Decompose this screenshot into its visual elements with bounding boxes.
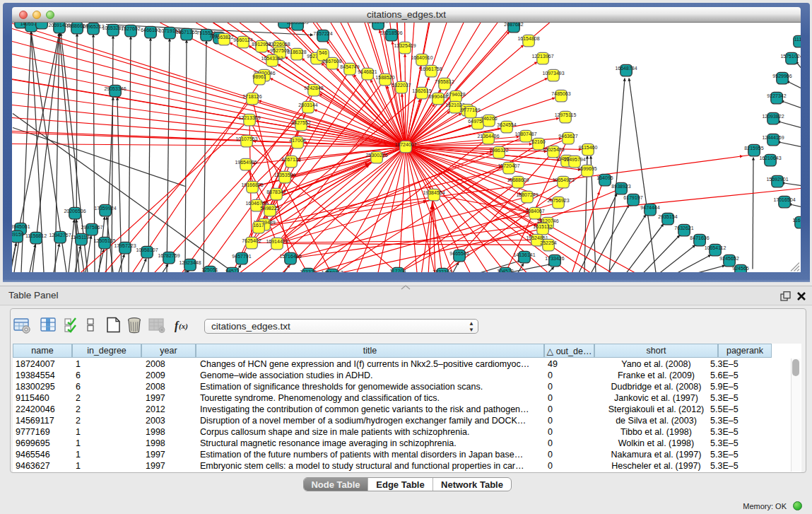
- svg-text:9660124: 9660124: [233, 37, 252, 42]
- svg-text:2935154: 2935154: [658, 214, 677, 218]
- svg-text:16154808: 16154808: [517, 35, 539, 40]
- svg-text:9699695: 9699695: [577, 165, 596, 170]
- svg-text:12213369: 12213369: [238, 115, 260, 119]
- svg-text:17359924: 17359924: [94, 205, 116, 210]
- svg-text:94577: 94577: [225, 268, 240, 272]
- svg-text:546: 546: [319, 49, 327, 54]
- svg-text:15720407: 15720407: [498, 163, 519, 168]
- svg-text:8215955: 8215955: [744, 145, 763, 150]
- svg-text:1527602: 1527602: [121, 25, 140, 30]
- svg-text:16640910: 16640910: [411, 54, 433, 59]
- svg-text:5498222: 5498222: [260, 205, 279, 210]
- svg-text:252254: 252254: [540, 240, 556, 245]
- svg-text:10958107: 10958107: [136, 247, 158, 252]
- svg-text:2069: 2069: [36, 23, 47, 23]
- svg-text:8990448: 8990448: [428, 93, 447, 98]
- svg-text:8878342: 8878342: [266, 189, 286, 194]
- svg-text:20206536: 20206536: [64, 208, 86, 213]
- svg-text:16648784: 16648784: [615, 65, 637, 70]
- svg-text:6794028: 6794028: [446, 91, 465, 96]
- svg-text:2803144: 2803144: [298, 102, 317, 107]
- svg-text:10965212: 10965212: [82, 23, 104, 28]
- svg-text:2087682: 2087682: [504, 23, 523, 27]
- svg-text:17957223: 17957223: [114, 243, 136, 247]
- svg-text:12213967: 12213967: [531, 53, 553, 58]
- svg-text:7955812: 7955812: [435, 78, 454, 83]
- svg-text:16046768: 16046768: [245, 200, 267, 205]
- svg-text:8938923: 8938923: [611, 183, 630, 188]
- svg-text:16543362: 16543362: [261, 55, 283, 60]
- svg-text:8471636: 8471636: [690, 235, 709, 240]
- svg-text:9242848: 9242848: [304, 85, 323, 90]
- svg-text:9465546: 9465546: [449, 250, 469, 255]
- svg-text:16782759: 16782759: [158, 252, 180, 257]
- svg-text:104522: 104522: [497, 268, 513, 272]
- svg-text:23226058: 23226058: [268, 41, 290, 46]
- svg-text:1588520: 1588520: [375, 74, 394, 79]
- svg-text:10025433: 10025433: [542, 146, 564, 151]
- svg-text:12942757: 12942757: [49, 232, 71, 237]
- svg-text:15751024: 15751024: [780, 53, 801, 58]
- svg-text:3624554: 3624554: [497, 122, 516, 127]
- svg-text:924565: 924565: [732, 265, 748, 270]
- svg-text:10107553: 10107553: [235, 136, 257, 141]
- svg-text:19495794: 19495794: [563, 156, 585, 161]
- svg-text:7357224: 7357224: [313, 30, 332, 35]
- svg-text:13325419: 13325419: [394, 42, 416, 47]
- svg-text:39159: 39159: [12, 231, 24, 236]
- svg-text:417004: 417004: [289, 137, 305, 142]
- svg-text:9463627: 9463627: [558, 133, 577, 138]
- svg-text:164095: 164095: [596, 175, 613, 180]
- svg-text:8186328: 8186328: [287, 49, 306, 54]
- svg-text:9115460: 9115460: [579, 144, 598, 149]
- svg-text:20756923: 20756923: [547, 197, 569, 202]
- svg-text:19654923: 19654923: [552, 177, 574, 182]
- svg-text:2718126: 2718126: [242, 93, 261, 98]
- svg-text:7986322: 7986322: [489, 147, 508, 152]
- svg-text:16671355: 16671355: [175, 29, 197, 34]
- svg-text:62160: 62160: [531, 139, 546, 144]
- svg-text:116753: 116753: [793, 217, 801, 222]
- svg-text:12505135: 12505135: [93, 238, 115, 243]
- svg-text:29053346: 29053346: [104, 86, 126, 90]
- svg-text:123325: 123325: [300, 269, 316, 272]
- svg-text:9084067: 9084067: [525, 208, 544, 213]
- svg-text:10807487: 10807487: [514, 131, 536, 136]
- svg-text:7485063: 7485063: [551, 90, 570, 95]
- svg-text:17016504: 17016504: [773, 197, 795, 201]
- svg-text:14569117: 14569117: [322, 269, 343, 272]
- svg-text:1362615: 1362615: [412, 88, 431, 93]
- svg-text:98961: 98961: [252, 74, 266, 78]
- svg-text:6466160: 6466160: [141, 27, 160, 32]
- svg-text:2332346: 2332346: [433, 269, 452, 272]
- svg-text:19384554: 19384554: [423, 189, 445, 194]
- svg-text:25300215: 25300215: [365, 152, 387, 157]
- svg-text:1617: 1617: [253, 222, 264, 227]
- svg-text:10654112: 10654112: [705, 245, 726, 250]
- svg-text:21364436: 21364436: [477, 133, 499, 138]
- svg-text:7663822: 7663822: [214, 34, 233, 39]
- svg-text:1615132: 1615132: [533, 223, 552, 228]
- svg-text:2867608: 2867608: [322, 58, 341, 63]
- svg-text:9227342: 9227342: [767, 93, 786, 98]
- svg-text:16120746: 16120746: [536, 218, 558, 223]
- svg-text:16033809: 16033809: [286, 23, 308, 25]
- svg-text:746266: 746266: [481, 115, 497, 120]
- svg-text:19654985: 19654985: [235, 159, 257, 164]
- svg-text:1117: 1117: [794, 36, 801, 41]
- svg-text:29975867: 29975867: [81, 224, 102, 229]
- svg-text:125051: 125051: [201, 267, 218, 271]
- svg-text:3945061: 3945061: [12, 223, 30, 228]
- svg-text:8454749: 8454749: [340, 64, 359, 69]
- svg-text:16210643: 16210643: [759, 155, 781, 160]
- svg-text:10973493: 10973493: [542, 70, 564, 75]
- svg-text:9146821: 9146821: [358, 69, 377, 74]
- svg-text:5322037: 5322037: [392, 82, 411, 87]
- svg-text:1733426: 1733426: [545, 255, 564, 260]
- svg-text:10688609: 10688609: [507, 177, 529, 182]
- svg-text:15692901: 15692901: [766, 176, 788, 181]
- svg-text:6179197: 6179197: [623, 194, 642, 199]
- svg-text:12923448: 12923448: [179, 259, 201, 264]
- svg-text:14136141: 14136141: [513, 252, 535, 257]
- svg-text:12975115: 12975115: [555, 112, 577, 117]
